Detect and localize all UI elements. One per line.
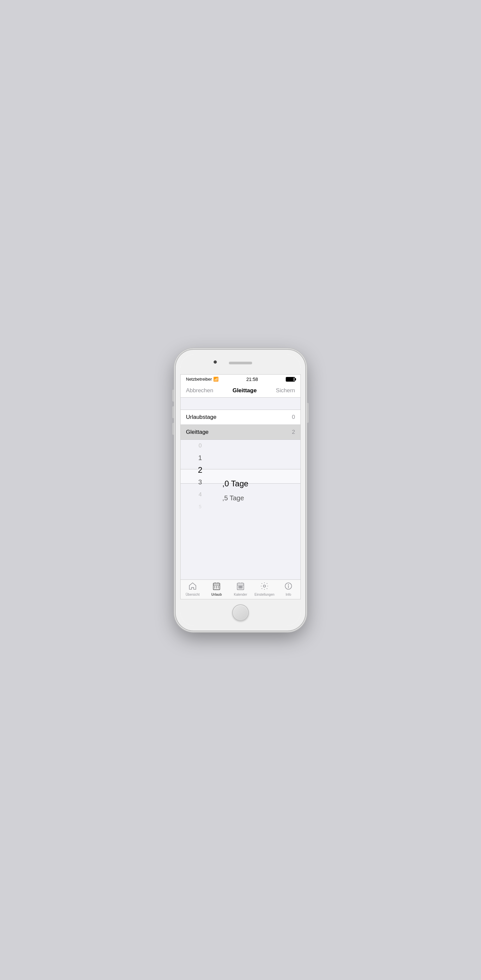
picker-num-1: 1 <box>181 452 220 464</box>
picker-num-0: 0 <box>181 440 220 452</box>
picker-number-column[interactable]: 0 1 2 3 4 5 <box>181 440 220 513</box>
tab-info-label: Info <box>286 593 291 597</box>
screen: Netzbetreiber 📶 21:58 Abbrechen Gleittag… <box>180 374 301 599</box>
speaker <box>229 362 252 364</box>
tab-uebersicht-label: Übersicht <box>186 593 199 597</box>
home-icon <box>188 582 197 592</box>
tab-kalender[interactable]: Kalender <box>229 582 252 597</box>
svg-rect-16 <box>242 586 242 587</box>
bottom-spacer <box>181 513 300 579</box>
kalender-icon <box>236 582 245 592</box>
phone-frame: Netzbetreiber 📶 21:58 Abbrechen Gleittag… <box>176 350 305 631</box>
tab-info[interactable]: Info <box>276 582 300 597</box>
tab-urlaub[interactable]: Urlaub <box>205 582 229 597</box>
svg-point-20 <box>263 585 266 587</box>
picker-num-3: 3 <box>181 476 220 489</box>
picker-num-2: 2 <box>181 464 220 476</box>
picker-label-column[interactable]: ,0 Tage ,5 Tage <box>220 440 300 513</box>
home-button[interactable] <box>232 605 249 621</box>
save-button[interactable]: Sichern <box>276 387 295 394</box>
tab-urlaub-label: Urlaub <box>211 593 222 597</box>
tab-kalender-label: Kalender <box>234 593 247 597</box>
picker-num-4: 4 <box>181 488 220 501</box>
urlaubstage-row[interactable]: Urlaubstage 0 <box>181 410 300 425</box>
gear-icon <box>260 582 269 592</box>
tab-einstellungen-label: Einstellungen <box>255 593 274 597</box>
svg-rect-17 <box>239 587 239 588</box>
wifi-icon: 📶 <box>213 377 218 382</box>
carrier-label: Netzbetreiber <box>186 377 212 382</box>
phone-bottom-bar <box>180 599 301 626</box>
cancel-button[interactable]: Abbrechen <box>186 387 213 394</box>
urlaubstage-value: 0 <box>292 414 295 420</box>
table-section: Urlaubstage 0 Gleittage 2 <box>181 410 300 440</box>
picker-label-0tage: ,0 Tage <box>222 476 248 491</box>
status-left: Netzbetreiber 📶 <box>186 377 218 382</box>
svg-rect-15 <box>240 586 241 587</box>
nav-bar: Abbrechen Gleittage Sichern <box>181 384 300 398</box>
tab-einstellungen[interactable]: Einstellungen <box>252 582 276 597</box>
status-time: 21:58 <box>247 377 258 382</box>
picker-label-5tage: ,5 Tage <box>222 491 244 506</box>
phone-inner: Netzbetreiber 📶 21:58 Abbrechen Gleittag… <box>180 354 301 626</box>
svg-rect-18 <box>240 587 241 588</box>
urlaubstage-label: Urlaubstage <box>186 414 217 420</box>
camera <box>213 360 217 364</box>
picker-num-5: 5 <box>181 501 220 513</box>
content-area: Urlaubstage 0 Gleittage 2 0 <box>181 398 300 579</box>
urlaub-icon <box>212 582 221 592</box>
svg-rect-14 <box>239 586 239 587</box>
svg-rect-10 <box>237 583 244 590</box>
phone-top-bar <box>180 354 301 374</box>
tab-uebersicht[interactable]: Übersicht <box>181 582 205 597</box>
status-bar: Netzbetreiber 📶 21:58 <box>181 375 300 384</box>
gleittage-label: Gleittage <box>186 429 209 436</box>
info-icon <box>284 582 293 592</box>
top-spacer <box>181 398 300 410</box>
gleittage-value: 2 <box>292 429 295 436</box>
svg-rect-19 <box>242 587 242 588</box>
page-title: Gleittage <box>233 387 257 394</box>
picker-area[interactable]: 0 1 2 3 4 5 ,0 Tage ,5 Tage <box>181 440 300 513</box>
battery-icon <box>286 377 295 382</box>
gleittage-row[interactable]: Gleittage 2 <box>181 425 300 439</box>
tab-bar: Übersicht <box>181 579 300 599</box>
battery-fill <box>287 378 294 381</box>
